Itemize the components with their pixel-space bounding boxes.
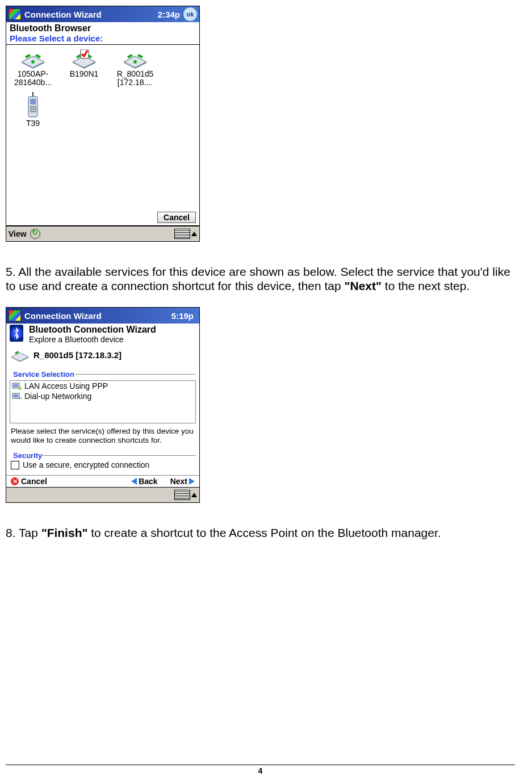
svg-rect-23: [35, 106, 36, 108]
clock: 5:19p: [171, 311, 194, 321]
wizard-title: Bluetooth Connection Wizard: [29, 325, 156, 335]
svg-rect-26: [35, 108, 36, 110]
page-number: 4: [6, 765, 515, 775]
dialup-icon: [12, 392, 22, 401]
svg-rect-21: [30, 106, 32, 108]
device-grid: 1050AP-281640b... B190N1: [6, 45, 199, 212]
device-label: R_8001d5 [172.18....: [117, 69, 154, 87]
security-section-title: Security: [6, 451, 42, 460]
screenshot-bluetooth-browser: Connection Wizard 2:34p ok Bluetooth Bro…: [6, 6, 200, 242]
svg-rect-38: [14, 394, 18, 397]
screenshot-service-selection: Connection Wizard 5:19p Bluetooth Connec…: [6, 307, 200, 503]
device-label: T39: [26, 119, 40, 128]
wizard-nav: ✕ Cancel Back Next: [6, 475, 199, 487]
prompt-text: Please Select a device:: [6, 33, 199, 44]
view-menu[interactable]: View: [9, 229, 27, 238]
secure-checkbox[interactable]: [11, 461, 19, 469]
svg-point-3: [31, 60, 35, 64]
device-label: B190N1: [70, 69, 99, 78]
window-title: Connection Wizard: [24, 10, 156, 19]
bluetooth-icon: [10, 325, 23, 342]
svg-point-15: [133, 60, 137, 64]
start-icon[interactable]: [9, 9, 21, 20]
arrow-left-icon: [131, 478, 137, 485]
device-item[interactable]: 1050AP-281640b...: [7, 49, 58, 86]
svg-rect-24: [30, 108, 32, 110]
svg-rect-35: [14, 384, 18, 387]
ok-button[interactable]: ok: [183, 7, 197, 21]
device-item[interactable]: R_8001d5 [172.18....: [110, 49, 161, 86]
cancel-button[interactable]: Cancel: [157, 212, 196, 223]
cancel-button[interactable]: Cancel: [21, 477, 47, 486]
menu-bar: [6, 487, 199, 502]
phone-icon: [19, 92, 47, 118]
device-label: 1050AP-281640b...: [14, 69, 52, 87]
router-icon: [10, 347, 30, 362]
service-list[interactable]: LAN Access Using PPP Dial-up Networking: [10, 380, 196, 423]
router-icon: [122, 49, 149, 69]
step-5-text: 5. All the available services for this d…: [6, 264, 515, 293]
window-title: Connection Wizard: [24, 311, 169, 321]
sip-arrow-icon[interactable]: [191, 493, 197, 497]
svg-rect-25: [32, 108, 34, 110]
menu-bar: View: [6, 226, 199, 241]
step-8-text: 8. Tap "Finish" to create a shortcut to …: [6, 526, 515, 540]
back-button[interactable]: Back: [139, 477, 157, 486]
device-item[interactable]: B190N1: [58, 49, 110, 86]
title-bar: Connection Wizard 2:34p ok: [6, 6, 199, 22]
selected-device: R_8001d5 [172.18.3.2]: [33, 350, 122, 360]
keyboard-icon[interactable]: [174, 490, 190, 500]
refresh-icon[interactable]: [30, 229, 40, 239]
service-item[interactable]: LAN Access Using PPP: [10, 381, 195, 391]
svg-rect-29: [35, 111, 36, 112]
svg-rect-27: [30, 111, 32, 112]
svg-rect-22: [32, 106, 34, 108]
wizard-subtitle: Explore a Bluetooth device: [29, 335, 156, 344]
title-bar: Connection Wizard 5:19p: [6, 308, 199, 324]
next-button[interactable]: Next: [170, 477, 187, 486]
lan-icon: [12, 381, 22, 390]
service-section-title: Service Selection: [6, 370, 74, 379]
router-check-icon: [70, 49, 98, 69]
router-icon: [19, 49, 47, 69]
clock: 2:34p: [158, 10, 180, 19]
svg-rect-28: [32, 111, 34, 112]
sip-arrow-icon[interactable]: [191, 232, 197, 236]
service-item[interactable]: Dial-up Networking: [10, 391, 195, 401]
service-hint: Please select the service(s) offered by …: [6, 425, 199, 446]
arrow-right-icon: [189, 478, 195, 485]
page-title: Bluetooth Browser: [6, 22, 199, 33]
keyboard-icon[interactable]: [174, 229, 190, 239]
close-icon[interactable]: ✕: [11, 477, 19, 485]
svg-marker-30: [11, 353, 28, 362]
device-item[interactable]: T39: [7, 92, 58, 128]
svg-rect-20: [30, 99, 36, 104]
svg-point-36: [18, 387, 22, 390]
secure-label: Use a secure, encrypted connection: [23, 460, 149, 469]
start-icon[interactable]: [9, 310, 21, 321]
